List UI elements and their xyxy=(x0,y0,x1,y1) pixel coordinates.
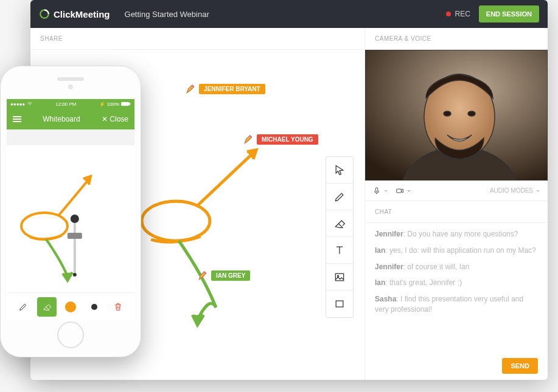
pencil-icon xyxy=(243,134,254,145)
phone-tool-pencil[interactable] xyxy=(13,297,33,317)
share-header: SHARE xyxy=(30,28,364,50)
mic-toggle[interactable] xyxy=(372,187,388,195)
tool-text[interactable] xyxy=(326,237,353,264)
tool-image[interactable] xyxy=(326,264,353,291)
phone-screen: ●●●●● 12:00 PM ⚡ 100% Whiteboard ✕ Close xyxy=(7,99,134,320)
svg-rect-12 xyxy=(122,102,129,105)
camera-controls: AUDIO MODES xyxy=(365,181,548,201)
rec-label: REC xyxy=(455,10,470,18)
brand-logo: ClickMeeting xyxy=(39,9,110,19)
svg-rect-4 xyxy=(336,301,343,307)
pencil-icon xyxy=(198,270,209,281)
image-icon xyxy=(333,271,346,283)
audio-modes-dropdown[interactable]: AUDIO MODES xyxy=(490,187,540,194)
svg-rect-2 xyxy=(335,273,343,281)
participant-name: MICHAEL YOUNG xyxy=(257,134,318,145)
signal-icon: ●●●●● xyxy=(10,101,25,107)
chat-header: CHAT xyxy=(365,201,548,223)
rec-dot-icon xyxy=(446,12,451,16)
phone-toolbar xyxy=(7,292,134,320)
chat-message: Jennifer: Do you have any more questions… xyxy=(375,229,538,239)
phone-title: Whiteboard xyxy=(21,115,102,123)
participant-tag: IAN GREY xyxy=(198,270,250,281)
phone-whiteboard-canvas[interactable] xyxy=(7,145,134,292)
phone-header: Whiteboard ✕ Close xyxy=(7,109,134,129)
brand-name: ClickMeeting xyxy=(54,9,110,19)
eraser-icon xyxy=(42,302,52,312)
chat-area: Jennifer: Do you have any more questions… xyxy=(365,223,548,380)
chevron-down-icon xyxy=(406,188,411,193)
battery-label: 100% xyxy=(107,101,119,107)
phone-status-bar: ●●●●● 12:00 PM ⚡ 100% xyxy=(7,99,134,109)
wifi-icon xyxy=(27,101,33,107)
chat-message: Jennifer: of course it will, Ian xyxy=(375,262,538,272)
tool-palette xyxy=(326,156,354,318)
camera-feed xyxy=(365,50,548,181)
chat-message: Sasha: I find this presentation very use… xyxy=(375,294,538,315)
svg-rect-11 xyxy=(397,189,402,193)
pencil-icon xyxy=(186,83,197,94)
chat-message: Ian: that's great, Jennifer :) xyxy=(375,278,538,288)
tool-pencil[interactable] xyxy=(326,184,353,210)
close-button[interactable]: ✕ Close xyxy=(102,115,128,123)
phone-subheader xyxy=(7,129,134,145)
stroke-width-slider[interactable] xyxy=(65,212,85,279)
mic-icon xyxy=(372,187,381,195)
battery-icon xyxy=(121,101,131,106)
menu-button[interactable] xyxy=(13,116,21,122)
chat-messages[interactable]: Jennifer: Do you have any more questions… xyxy=(365,223,548,352)
eraser-icon xyxy=(333,218,346,230)
pencil-icon xyxy=(333,191,346,203)
end-session-button[interactable]: END SESSION xyxy=(479,5,539,22)
slider-handle[interactable] xyxy=(68,233,82,239)
chat-message: Ian: yes, I do: will this application ru… xyxy=(375,246,538,256)
phone-color-orange[interactable] xyxy=(61,297,80,317)
cursor-icon xyxy=(333,164,346,176)
camera-icon xyxy=(396,187,404,195)
phone-color-black[interactable] xyxy=(85,297,104,317)
color-swatch-icon xyxy=(91,304,97,310)
phone-tool-eraser[interactable] xyxy=(37,297,57,317)
recording-indicator[interactable]: REC xyxy=(446,10,470,18)
svg-point-8 xyxy=(444,111,451,116)
rectangle-icon xyxy=(333,298,346,310)
tool-rectangle[interactable] xyxy=(326,291,353,317)
phone-tool-delete[interactable] xyxy=(108,297,128,317)
participant-tag: MICHAEL YOUNG xyxy=(243,134,318,145)
color-swatch-icon xyxy=(65,301,76,312)
audio-modes-label: AUDIO MODES xyxy=(490,187,533,194)
logo-icon xyxy=(39,9,50,19)
bluetooth-icon: ⚡ xyxy=(99,101,105,107)
presenter-video xyxy=(365,50,548,181)
trash-icon xyxy=(113,302,123,312)
text-icon xyxy=(333,244,346,256)
camera-header: CAMERA & VOICE xyxy=(365,28,548,50)
pencil-icon xyxy=(18,302,28,312)
send-button[interactable]: SEND xyxy=(502,358,538,374)
tool-cursor[interactable] xyxy=(326,157,353,184)
right-pane: CAMERA & VOICE xyxy=(365,28,548,380)
svg-rect-10 xyxy=(375,187,378,191)
participant-name: IAN GREY xyxy=(211,270,250,281)
chevron-down-icon xyxy=(535,188,540,193)
camera-toggle[interactable] xyxy=(396,187,411,195)
webinar-title: Getting Started Webinar xyxy=(125,10,209,19)
topbar: ClickMeeting Getting Started Webinar REC… xyxy=(30,0,548,28)
status-time: 12:00 PM xyxy=(55,101,76,107)
svg-point-1 xyxy=(142,201,210,241)
participant-name: JENNIFER BRYANT xyxy=(199,84,265,94)
phone-mockup: ●●●●● 12:00 PM ⚡ 100% Whiteboard ✕ Close xyxy=(0,66,141,357)
tool-eraser[interactable] xyxy=(326,210,353,237)
chevron-down-icon xyxy=(383,188,388,193)
participant-tag: JENNIFER BRYANT xyxy=(186,83,265,94)
svg-point-9 xyxy=(468,111,475,116)
svg-rect-13 xyxy=(129,103,130,105)
